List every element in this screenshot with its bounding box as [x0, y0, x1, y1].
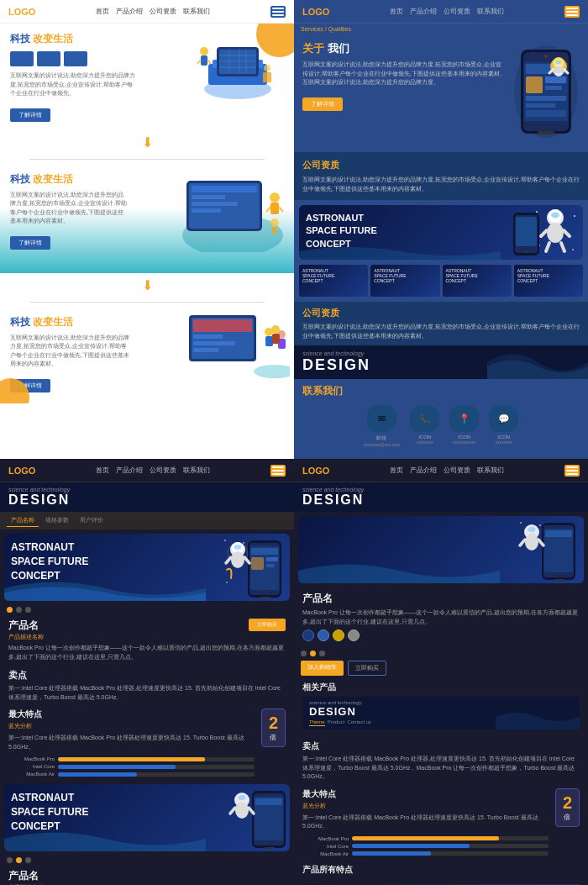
tl-section-3: 科技 改变生活 互联网文案的设计说法,助您深力提升您的品牌力度,拓宽您的市场受众… [0, 307, 294, 403]
bar-row-1-br: MacBook Pro [302, 836, 549, 841]
svg-rect-85 [251, 557, 264, 570]
learn-more-btn-2[interactable]: 了解详情 [10, 236, 50, 250]
about-btn[interactable]: 了解详情 [302, 97, 343, 111]
contact-email-label: 邮箱 [364, 435, 400, 442]
astro-hero-bl-2: ASTRONAUTSPACE FUTURECONCEPT [4, 784, 290, 851]
swatch-2-br[interactable] [318, 630, 329, 641]
nav-link-contact-tl[interactable]: 联系我们 [183, 7, 210, 16]
dot-3-bl[interactable] [25, 607, 31, 613]
swatch-3-br[interactable] [333, 630, 344, 641]
related-tab-1[interactable]: Theme [309, 719, 325, 726]
product-info-br: 产品名 MacBook Pro 让每一次创作都超乎想象——这个一款令人难以置信的… [294, 587, 588, 649]
hamburger-icon-tr[interactable] [564, 6, 580, 18]
feat-text-br: 第一:Intel Core 处理器搭载 MacBook Pro 处理器处理速度更… [302, 814, 549, 831]
svg-rect-79 [516, 217, 537, 246]
nav-link-contact-br[interactable]: 联系我们 [477, 466, 504, 475]
learn-more-btn-1[interactable]: 了解详情 [10, 108, 50, 122]
cart-btn-br[interactable]: 加入购物车 [301, 661, 344, 676]
nav-link-contact-tr[interactable]: 联系我们 [477, 7, 504, 16]
prod-tab-2-bl[interactable]: 规格参数 [41, 514, 73, 527]
hamburger-icon-bl[interactable] [270, 465, 286, 477]
svg-rect-48 [526, 76, 543, 93]
nav-link-home-br[interactable]: 首页 [390, 466, 403, 475]
feat-title-br: 最大特点 [302, 788, 549, 800]
nav-link-qualify-tr[interactable]: 公司资质 [444, 7, 470, 16]
prod-tab-1-bl[interactable]: 产品名称 [7, 514, 39, 527]
qualify-text-2: 互联网文案的设计说法,助您深力提升您的品牌力度,拓宽您的市场受众,企业宣传设计,… [302, 323, 580, 340]
swatch-1-br[interactable] [302, 630, 314, 641]
bar-label-2-br: Intel Core [302, 844, 349, 849]
related-title-br: 相关产品 [302, 682, 580, 693]
nav-link-product-bl[interactable]: 产品介绍 [116, 466, 143, 475]
bar-track-2-bl [58, 765, 255, 769]
hamburger-icon-br[interactable] [564, 465, 580, 477]
dot-1-br[interactable] [301, 651, 307, 656]
dot-active-2-bl[interactable] [16, 857, 22, 863]
wechat-icon: 💬 [489, 405, 518, 432]
svg-rect-50 [545, 86, 562, 90]
section1-text: 互联网文案的设计说法,助您深力提升您的品牌力度,拓宽您的市场受众,企业宣传设计,… [10, 71, 136, 98]
section3-text: 互联网文案的设计说法,助您深力提升您的品牌力度,拓宽您的市场受众,企业宣传设计,… [10, 334, 132, 369]
nav-link-product-tl[interactable]: 产品介绍 [116, 7, 143, 16]
sell-title-br: 卖点 [302, 740, 580, 752]
section2-title: 科技 改变生活 [10, 172, 128, 187]
prod-buy-btn-bl[interactable]: 立即购买 [249, 619, 286, 631]
svg-point-105 [239, 795, 246, 800]
qualify-section-2: 公司资质 互联网文案的设计说法,助您深力提升您的品牌力度,拓宽您的市场受众,企业… [294, 302, 588, 345]
related-tab-2[interactable]: Product [328, 719, 345, 726]
multiplier-num-bl: 2 [269, 714, 278, 733]
nav-link-qualify-tl[interactable]: 公司资质 [150, 7, 176, 16]
bar-track-1-bl [58, 757, 255, 761]
svg-point-24 [270, 192, 280, 203]
nav-link-contact-bl[interactable]: 联系我们 [183, 466, 210, 475]
services-label: Services / Qualities [294, 24, 588, 34]
nav-link-home-tr[interactable]: 首页 [390, 7, 403, 16]
title-change-2: 改变生活 [33, 173, 73, 185]
nav-link-qualify-bl[interactable]: 公司资质 [150, 466, 176, 475]
nav-link-product-tr[interactable]: 产品介绍 [410, 7, 437, 16]
hamburger-icon-tl[interactable] [270, 6, 286, 18]
svg-rect-64 [554, 66, 564, 73]
mini-astro-4: ASTRONAUTSPACE FUTURECONCEPT [514, 265, 583, 297]
all-features-title-br: 产品所有特点 [294, 860, 588, 880]
features-content-bl: 最大特点 蓝光分析 第一:Intel Core 处理器搭载 MacBook Pr… [8, 709, 255, 777]
product-header-bl: 产品名 产品描述名称 立即购买 [8, 619, 286, 641]
svg-point-76 [572, 249, 574, 250]
nav-link-home-tl[interactable]: 首页 [96, 7, 109, 16]
nav-bar-bl: LOGO 首页 产品介绍 公司资质 联系我们 [0, 459, 294, 482]
nav-links-br: 首页 产品介绍 公司资质 联系我们 [334, 466, 559, 475]
contact-title: 联系我们 [302, 384, 580, 398]
bar-chart-bl: MacBook Pro Intel Core MacBook Air [8, 756, 255, 777]
svg-point-68 [547, 223, 564, 243]
dot-active-1-bl[interactable] [7, 607, 13, 613]
svg-rect-23 [192, 208, 221, 213]
nav-link-qualify-br[interactable]: 公司资质 [444, 466, 470, 475]
panel-bottom-right: LOGO 首页 产品介绍 公司资质 联系我们 science and techn… [294, 459, 588, 885]
qualify-title: 公司资质 [302, 159, 580, 171]
section3-title: 科技 改变生活 [10, 315, 132, 329]
dot-3-bl-2[interactable] [25, 857, 31, 863]
prod-tab-3-bl[interactable]: 用户评价 [76, 514, 108, 527]
section2-content: 科技 改变生活 互联网文案的设计说法,助您深力提升您的品牌力度,拓宽您的市场受众… [10, 172, 128, 250]
nav-link-product-br[interactable]: 产品介绍 [410, 466, 437, 475]
related-design-banner: science and technology DESIGN Theme Prod… [302, 697, 580, 730]
sci-label-bl: science and technology [8, 487, 286, 493]
dot-2-bl[interactable] [16, 607, 22, 613]
phone-astro-bl [223, 536, 286, 601]
svg-rect-20 [192, 186, 257, 192]
dot-1-bl-2[interactable] [7, 857, 13, 863]
buy-btn-br[interactable]: 立即购买 [348, 661, 386, 676]
section3-content: 科技 改变生活 互联网文案的设计说法,助您深力提升您的品牌力度,拓宽您的市场受众… [10, 315, 132, 392]
bar-label-3-bl: MacBook Air [8, 772, 55, 777]
sell-text-bl-1: 第一:Intel Core 处理器搭载 MacBook Pro 处理器,处理速度… [8, 684, 286, 702]
svg-point-28 [270, 219, 279, 227]
related-tab-3[interactable]: Contact us [347, 719, 371, 726]
dot-3-br[interactable] [319, 651, 325, 656]
about-title: 关于 我们 [302, 41, 506, 56]
svg-line-72 [561, 243, 564, 251]
nav-link-home-bl[interactable]: 首页 [96, 466, 109, 475]
feat-title-bl: 最大特点 [8, 709, 255, 720]
dot-active-br[interactable] [310, 651, 316, 656]
swatch-4-br[interactable] [348, 630, 360, 641]
svg-point-120 [539, 524, 541, 526]
